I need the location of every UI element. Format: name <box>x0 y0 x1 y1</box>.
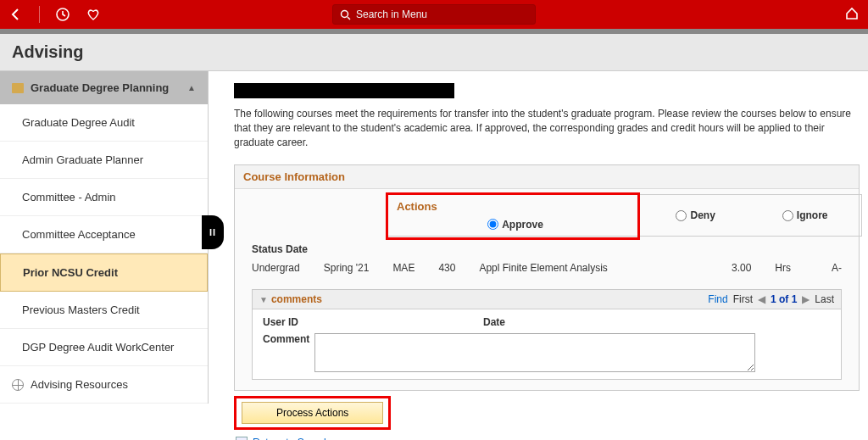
course-level: Undergrad <box>252 262 300 274</box>
course-subject: MAE <box>392 262 415 274</box>
sidebar-item-advising-resources[interactable]: Advising Resources <box>0 366 208 404</box>
radio-deny-label: Deny <box>690 209 715 221</box>
sidebar-item-previous-masters-credit[interactable]: Previous Masters Credit <box>0 292 208 329</box>
main-layout: Graduate Degree Planning ▲ Graduate Degr… <box>0 71 868 440</box>
svg-point-1 <box>342 10 348 17</box>
status-date-label: Status Date <box>235 237 859 259</box>
actions-row: Actions Approve Deny I <box>387 194 862 237</box>
header-left-icons <box>8 6 101 23</box>
radio-ignore-label: Ignore <box>797 209 828 221</box>
course-units-label: Hrs <box>775 262 791 274</box>
svg-line-2 <box>348 17 350 19</box>
intro-text: The following courses meet the requireme… <box>234 107 860 149</box>
course-information-panel: Course Information Actions Approve <box>234 164 860 391</box>
last-label: Last <box>815 293 834 305</box>
sidebar-item-prior-ncsu-credit[interactable]: Prior NCSU Credit <box>0 253 208 292</box>
userid-column-label: User ID <box>263 316 483 328</box>
comment-label: Comment <box>263 333 309 345</box>
radio-ignore-input[interactable] <box>782 210 793 221</box>
collapse-icon[interactable]: ▼ <box>259 295 268 304</box>
comment-row: Comment <box>263 333 831 372</box>
sidebar-section-header[interactable]: Graduate Degree Planning ▲ <box>0 71 208 104</box>
sidebar-item-degree-audit[interactable]: Graduate Degree Audit <box>0 104 208 142</box>
first-label: First <box>733 293 753 305</box>
sidebar-item-admin-planner[interactable]: Admin Graduate Planner <box>0 142 208 179</box>
globe-icon <box>12 379 24 391</box>
radio-deny-input[interactable] <box>676 210 687 221</box>
return-to-search-link[interactable]: ↺ Return to Search <box>236 437 860 440</box>
course-info-header: Course Information <box>235 165 859 189</box>
sidebar-section-label: Graduate Degree Planning <box>31 81 169 94</box>
radio-ignore[interactable]: Ignore <box>782 209 828 221</box>
sidebar-wrap: Graduate Degree Planning ▲ Graduate Degr… <box>0 71 209 440</box>
comments-header: ▼ comments Find First ◀ 1 of 1 ▶ Last <box>253 290 841 309</box>
home-icon[interactable] <box>844 6 860 21</box>
course-number: 430 <box>438 262 455 274</box>
return-label: Return to Search <box>253 437 330 440</box>
course-term: Spring '21 <box>324 262 370 274</box>
header-divider <box>39 6 40 23</box>
next-page-icon[interactable]: ▶ <box>802 293 810 305</box>
course-row: Undergrad Spring '21 MAE 430 Appl Finite… <box>235 259 859 284</box>
radio-approve-label: Approve <box>502 219 543 231</box>
course-title: Appl Finite Element Analysis <box>479 262 708 274</box>
course-grade: A- <box>832 262 842 274</box>
search-input[interactable] <box>356 8 528 20</box>
actions-label: Actions <box>388 195 643 213</box>
radio-approve-input[interactable] <box>487 219 498 230</box>
sidebar-item-committee-admin[interactable]: Committee - Admin <box>0 179 208 216</box>
comment-textarea[interactable] <box>314 333 755 372</box>
comments-title: comments <box>271 293 322 305</box>
global-header <box>0 0 868 29</box>
chevron-up-icon: ▲ <box>187 83 196 92</box>
actions-other-group: Deny Ignore <box>643 195 861 236</box>
redacted-student-name <box>234 83 454 98</box>
search-icon <box>340 9 351 20</box>
highlight-process: Process Actions <box>234 396 391 430</box>
comments-panel: ▼ comments Find First ◀ 1 of 1 ▶ Last Us… <box>252 289 842 380</box>
favorite-icon[interactable] <box>86 7 101 22</box>
sidebar-item-label: Advising Resources <box>31 378 128 391</box>
comments-nav: Find First ◀ 1 of 1 ▶ Last <box>708 293 834 305</box>
find-link[interactable]: Find <box>708 293 727 305</box>
sidebar-collapse-handle[interactable]: II <box>202 215 224 249</box>
return-search-icon: ↺ <box>236 437 248 440</box>
back-icon[interactable] <box>8 7 24 22</box>
history-icon[interactable] <box>55 7 70 22</box>
radio-deny[interactable]: Deny <box>676 209 715 221</box>
comments-body: User ID Date Comment <box>253 309 841 379</box>
date-column-label: Date <box>483 316 505 328</box>
folder-icon <box>12 83 24 93</box>
pager-text: 1 of 1 <box>771 293 797 305</box>
page-title: Advising <box>0 34 868 71</box>
radio-approve[interactable]: Approve <box>487 219 543 231</box>
actions-approve-group: Actions Approve <box>388 195 643 236</box>
course-credits: 3.00 <box>732 262 751 274</box>
content-area: The following courses meet the requireme… <box>209 71 868 440</box>
header-right-icons <box>844 6 860 24</box>
process-actions-button[interactable]: Process Actions <box>242 402 383 424</box>
sidebar-item-committee-acceptance[interactable]: Committee Acceptance <box>0 216 208 253</box>
sidebar: Graduate Degree Planning ▲ Graduate Degr… <box>0 71 209 404</box>
comments-column-labels: User ID Date <box>263 316 831 328</box>
prev-page-icon[interactable]: ◀ <box>758 293 765 305</box>
sidebar-item-dgp-workcenter[interactable]: DGP Degree Audit WorkCenter <box>0 329 208 366</box>
menu-search[interactable] <box>332 4 536 25</box>
